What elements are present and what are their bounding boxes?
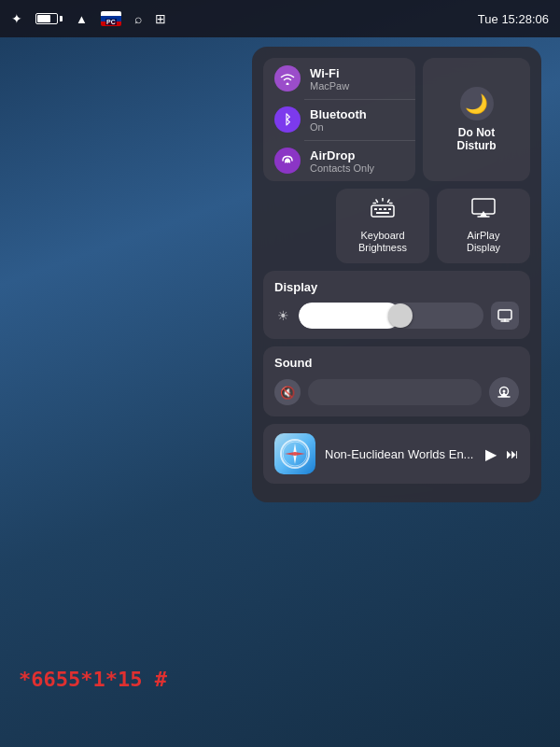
- bluetooth-item[interactable]: ᛒ Bluetooth On: [263, 99, 415, 140]
- wifi-icon-wrap: [274, 65, 301, 92]
- now-playing-app-icon: [274, 433, 315, 474]
- wifi-text: Wi-Fi MacPaw: [310, 66, 349, 92]
- wifi-icon: [280, 72, 295, 85]
- battery-tip: [60, 16, 63, 21]
- svg-rect-5: [388, 208, 391, 210]
- bluetooth-subtitle: On: [310, 121, 367, 133]
- bluetooth-title: Bluetooth: [310, 107, 367, 121]
- battery-fill: [37, 15, 50, 22]
- bluetooth-menubar-icon[interactable]: ✦: [11, 11, 22, 26]
- do-not-disturb-panel[interactable]: 🌙 Do NotDisturb: [423, 58, 530, 181]
- skip-forward-button[interactable]: ⏭: [506, 446, 519, 461]
- icons-row: KeyboardBrightness AirPlayDisplay: [263, 189, 530, 263]
- menu-bar: ✦ ▲ PC ⌕ ⊞ Tue 15:28:06: [0, 0, 560, 37]
- menu-bar-time: Tue 15:28:06: [478, 12, 549, 26]
- sound-section: Sound 🔇: [263, 346, 530, 416]
- flag-label: PC: [105, 19, 117, 25]
- airplay-display-tile[interactable]: AirPlayDisplay: [437, 189, 530, 263]
- svg-rect-4: [384, 208, 386, 210]
- airplay-display-icon: [471, 198, 496, 224]
- display-mirror-icon[interactable]: [491, 302, 519, 330]
- wifi-subtitle: MacPaw: [310, 80, 349, 92]
- svg-line-8: [376, 200, 378, 203]
- clock-display: Tue 15:28:06: [478, 12, 549, 26]
- airdrop-item[interactable]: AirDrop Contacts Only: [263, 140, 415, 181]
- svg-rect-3: [379, 208, 382, 210]
- svg-line-9: [388, 200, 390, 203]
- battery-menubar-icon: [35, 13, 63, 24]
- input-source-icon[interactable]: PC: [101, 11, 121, 26]
- sound-section-title: Sound: [274, 356, 519, 370]
- overlay-code: *6655*1*15 #: [19, 668, 167, 691]
- wifi-menubar-icon[interactable]: ▲: [76, 12, 88, 26]
- airdrop-icon-wrap: [274, 148, 301, 174]
- now-playing-panel: Non-Euclidean Worlds En... ▶ ⏭: [263, 424, 530, 484]
- airdrop-text: AirDrop Contacts Only: [310, 148, 374, 174]
- airdrop-icon: [280, 153, 295, 168]
- safari-compass: [280, 439, 310, 469]
- track-title: Non-Euclidean Worlds En...: [325, 447, 473, 461]
- brightness-icon: ☀: [274, 308, 291, 323]
- control-center-panel: Wi-Fi MacPaw ᛒ Bluetooth On: [252, 47, 541, 502]
- svg-marker-18: [285, 452, 305, 456]
- moon-icon: 🌙: [465, 92, 488, 115]
- svg-rect-13: [498, 310, 511, 319]
- display-section-title: Display: [274, 280, 519, 294]
- sound-slider-row: 🔇: [274, 377, 519, 407]
- svg-rect-2: [374, 208, 377, 210]
- battery-body: [35, 13, 58, 24]
- svg-rect-1: [371, 205, 394, 217]
- brightness-slider[interactable]: [299, 303, 483, 329]
- dnd-moon-icon-wrap: 🌙: [460, 87, 494, 120]
- top-row: Wi-Fi MacPaw ᛒ Bluetooth On: [263, 58, 530, 181]
- airdrop-title: AirDrop: [310, 148, 374, 162]
- keyboard-brightness-tile[interactable]: KeyboardBrightness: [336, 189, 429, 263]
- keyboard-brightness-label: KeyboardBrightness: [358, 230, 407, 254]
- airdrop-subtitle: Contacts Only: [310, 162, 374, 174]
- airplay-sound-button[interactable]: [489, 377, 519, 407]
- keyboard-brightness-icon: [370, 198, 396, 224]
- track-info: Non-Euclidean Worlds En...: [325, 445, 476, 462]
- wifi-title: Wi-Fi: [310, 66, 349, 80]
- bluetooth-icon-wrap: ᛒ: [274, 106, 301, 133]
- playback-controls: ▶ ⏭: [485, 445, 519, 463]
- dnd-label: Do NotDisturb: [457, 126, 497, 153]
- display-slider-row: ☀: [274, 302, 519, 330]
- spotlight-search-icon[interactable]: ⌕: [134, 11, 142, 26]
- brightness-thumb: [388, 303, 413, 328]
- connectivity-panel: Wi-Fi MacPaw ᛒ Bluetooth On: [263, 58, 415, 181]
- mute-icon-wrap: 🔇: [274, 379, 301, 405]
- play-button[interactable]: ▶: [485, 445, 497, 463]
- menu-bar-left: ✦ ▲ PC ⌕ ⊞: [11, 11, 166, 26]
- mute-icon: 🔇: [280, 386, 295, 400]
- brightness-fill: [299, 303, 400, 329]
- airplay-display-label: AirPlayDisplay: [467, 230, 500, 254]
- control-center-icon[interactable]: ⊞: [155, 11, 166, 26]
- wifi-item[interactable]: Wi-Fi MacPaw: [263, 58, 415, 99]
- display-section: Display ☀: [263, 271, 530, 339]
- volume-slider[interactable]: [308, 379, 482, 405]
- bluetooth-icon: ᛒ: [284, 112, 291, 127]
- red-overlay-text: *6655*1*15 #: [19, 668, 167, 691]
- bluetooth-text: Bluetooth On: [310, 107, 367, 133]
- svg-rect-6: [376, 212, 389, 214]
